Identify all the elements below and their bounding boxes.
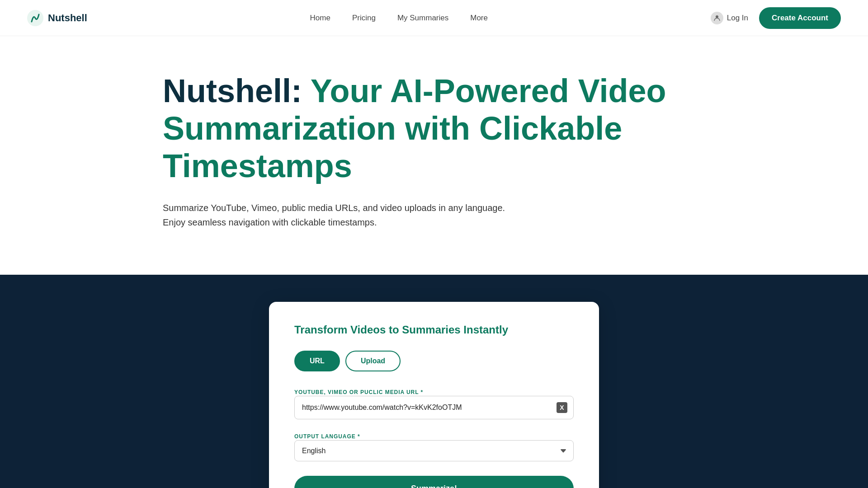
- url-field-group: YOUTUBE, VIMEO OR PUCLIC MEDIA URL * X: [294, 388, 574, 419]
- output-language-section: OUTPUT LANGUAGE * English Spanish French…: [294, 432, 574, 461]
- login-label: Log In: [727, 14, 748, 23]
- logo-icon: [27, 10, 43, 26]
- nav-home[interactable]: Home: [310, 14, 330, 23]
- hero-section: Nutshell: Your AI-Powered Video Summariz…: [0, 36, 868, 275]
- tab-group: URL Upload: [294, 351, 574, 371]
- create-account-button[interactable]: Create Account: [759, 7, 841, 29]
- nav-my-summaries[interactable]: My Summaries: [397, 14, 448, 23]
- hero-subtitle: Summarize YouTube, Vimeo, public media U…: [163, 201, 506, 230]
- nav-more[interactable]: More: [470, 14, 488, 23]
- header-actions: Log In Create Account: [711, 7, 841, 29]
- user-icon: [711, 12, 723, 24]
- url-input[interactable]: [294, 396, 574, 419]
- summarize-card: Transform Videos to Summaries Instantly …: [269, 302, 599, 488]
- header: Nutshell Home Pricing My Summaries More …: [0, 0, 868, 36]
- url-field-label: YOUTUBE, VIMEO OR PUCLIC MEDIA URL *: [294, 389, 423, 395]
- hero-title-dark: Nutshell:: [163, 73, 302, 109]
- logo[interactable]: Nutshell: [27, 10, 87, 26]
- tab-url-button[interactable]: URL: [294, 351, 340, 371]
- dark-section: Transform Videos to Summaries Instantly …: [0, 275, 868, 488]
- clear-url-button[interactable]: X: [557, 402, 567, 413]
- summarize-button[interactable]: Summarize!: [294, 476, 574, 488]
- login-button[interactable]: Log In: [711, 12, 748, 24]
- output-language-label: OUTPUT LANGUAGE *: [294, 433, 360, 440]
- card-title: Transform Videos to Summaries Instantly: [294, 324, 574, 336]
- tab-upload-button[interactable]: Upload: [345, 351, 401, 371]
- main-nav: Home Pricing My Summaries More: [310, 14, 488, 23]
- hero-title: Nutshell: Your AI-Powered Video Summariz…: [163, 72, 705, 184]
- nav-pricing[interactable]: Pricing: [352, 14, 376, 23]
- svg-point-1: [716, 15, 718, 18]
- url-input-wrapper: X: [294, 396, 574, 419]
- logo-text: Nutshell: [48, 12, 87, 24]
- language-select[interactable]: English Spanish French German Italian Po…: [294, 440, 574, 461]
